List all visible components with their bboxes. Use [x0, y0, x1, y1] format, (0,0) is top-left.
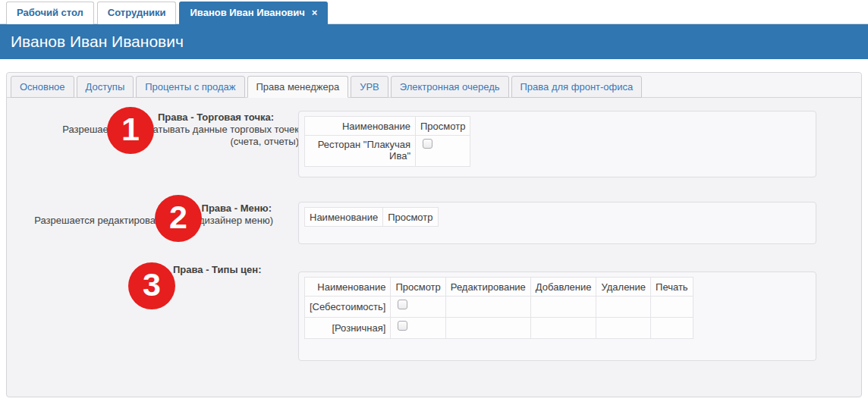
rights-table-trade-point: НаименованиеПросмотрРесторан "Плакучая И…	[299, 116, 816, 167]
row-name: Ресторан "Плакучая Ива"	[305, 136, 416, 167]
window-tab-label: Сотрудники	[108, 7, 166, 18]
rights-table-menu: НаименованиеПросмотр	[299, 207, 816, 227]
window-tab[interactable]: Рабочий стол	[6, 2, 94, 24]
row-name: [Себестоимость]	[305, 297, 391, 318]
section-title-price-types: Права - Типы цен:	[173, 264, 262, 275]
table-cell	[651, 297, 693, 318]
table-cell	[651, 318, 693, 339]
checkbox-unchecked[interactable]	[398, 300, 407, 309]
table-cell	[530, 318, 596, 339]
column-header: Удаление	[596, 278, 651, 297]
table-cell	[445, 297, 530, 318]
annotation-circle-3: 3	[128, 262, 175, 309]
section-tab[interactable]: Основное	[11, 76, 74, 98]
table-cell	[596, 297, 651, 318]
rights-table-price-types: НаименованиеПросмотрРедактированиеДобавл…	[299, 277, 816, 339]
column-header: Наименование	[305, 117, 416, 136]
table-row: [Себестоимость]	[305, 297, 693, 318]
window-tab-bar: Рабочий столСотрудникиИванов Иван Иванов…	[6, 2, 328, 24]
manager-rights-tab-content: Права - Торговая точка: Разрешается обра…	[7, 99, 861, 397]
column-header: Наименование	[305, 208, 383, 227]
table-header-row: НаименованиеПросмотрРедактированиеДобавл…	[305, 278, 693, 297]
column-header: Редактирование	[445, 278, 530, 297]
table-cell	[445, 318, 530, 339]
description-line: Разрешается редактировать меню (дизайнер…	[7, 215, 273, 227]
table-cell	[391, 318, 445, 339]
annotation-circle-2: 2	[155, 195, 202, 242]
window-tab[interactable]: Иванов Иван Иванович×	[179, 2, 328, 24]
table-cell	[530, 297, 596, 318]
section-tab-bar: ОсновноеДоступыПроценты с продажПрава ме…	[7, 73, 861, 98]
rights-panel-trade-point: НаименованиеПросмотрРесторан "Плакучая И…	[298, 111, 816, 177]
table-cell	[596, 318, 651, 339]
column-header: Печать	[651, 278, 693, 297]
section-tab[interactable]: Проценты с продаж	[136, 76, 244, 98]
table-header-row: НаименованиеПросмотр	[305, 117, 470, 136]
window-tab-label: Рабочий стол	[17, 7, 83, 18]
employee-card-widget: ОсновноеДоступыПроценты с продажПрава ме…	[6, 72, 862, 397]
table-cell	[416, 136, 470, 167]
section-tab[interactable]: УРВ	[351, 76, 388, 98]
column-header: Добавление	[530, 278, 596, 297]
close-icon[interactable]: ×	[312, 7, 318, 18]
annotation-circle-1: 1	[107, 107, 154, 154]
table-row: Ресторан "Плакучая Ива"	[305, 136, 470, 167]
page-header: Иванов Иван Иванович	[0, 24, 868, 59]
table-cell	[391, 297, 445, 318]
window-tab-label: Иванов Иван Иванович	[190, 7, 304, 18]
row-name: [Розничная]	[305, 318, 391, 339]
section-description-menu: Разрешается редактировать меню (дизайнер…	[7, 215, 273, 227]
section-tab[interactable]: Доступы	[77, 76, 134, 98]
page-title: Иванов Иван Иванович	[11, 33, 184, 50]
section-title-menu: Права - Меню:	[7, 202, 272, 214]
section-tab[interactable]: Права для фронт-офиса	[511, 76, 643, 98]
checkbox-unchecked[interactable]	[423, 139, 432, 149]
table-row: [Розничная]	[305, 318, 693, 339]
table-header-row: НаименованиеПросмотр	[305, 208, 439, 227]
column-header: Наименование	[305, 278, 391, 297]
section-tab[interactable]: Электронная очередь	[391, 76, 509, 98]
page: Рабочий столСотрудникиИванов Иван Иванов…	[0, 0, 868, 408]
rights-panel-menu: НаименованиеПросмотр	[298, 202, 816, 244]
rights-panel-price-types: НаименованиеПросмотрРедактированиеДобавл…	[298, 271, 816, 361]
checkbox-unchecked[interactable]	[398, 321, 407, 331]
column-header: Просмотр	[416, 117, 470, 136]
column-header: Просмотр	[391, 278, 445, 297]
section-tab[interactable]: Права менеджера	[247, 76, 349, 98]
window-tab[interactable]: Сотрудники	[97, 2, 177, 24]
column-header: Просмотр	[383, 208, 438, 227]
